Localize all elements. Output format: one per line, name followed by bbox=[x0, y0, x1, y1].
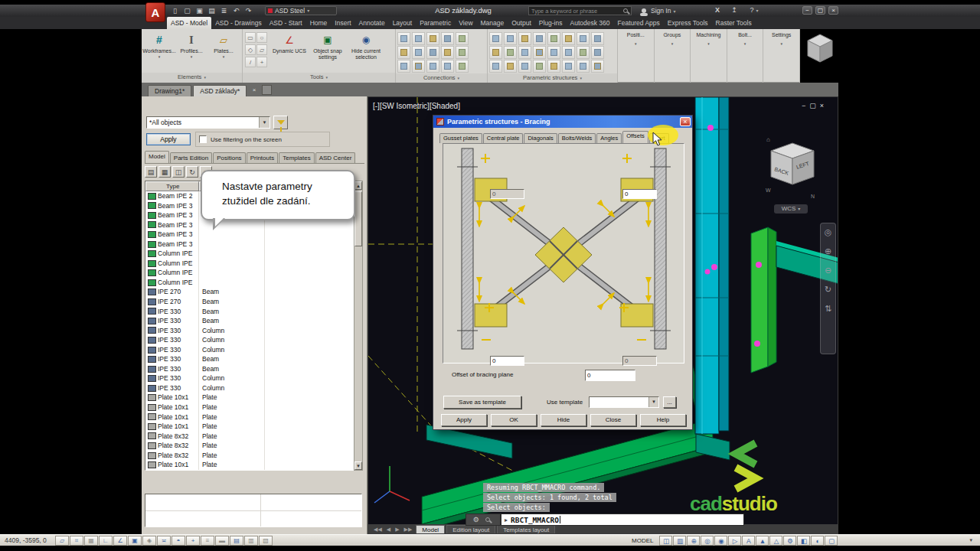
connection-icon[interactable] bbox=[397, 32, 410, 45]
apply-button[interactable]: Apply bbox=[146, 133, 191, 145]
palette-toolbar-icon[interactable]: ▤ bbox=[145, 166, 157, 178]
status-toggle[interactable]: ▬ bbox=[215, 536, 229, 546]
connection-icon[interactable] bbox=[456, 32, 469, 45]
status-toggle[interactable]: ▧ bbox=[259, 536, 273, 546]
connection-icon[interactable] bbox=[397, 60, 410, 73]
table-row[interactable]: IPE 330 Column bbox=[145, 345, 353, 355]
status-toggle[interactable]: ⌗ bbox=[70, 536, 83, 546]
palette-tab[interactable]: Model bbox=[145, 151, 169, 163]
palette-toolbar-icon[interactable]: ▦ bbox=[158, 166, 171, 178]
close-tab-icon[interactable] bbox=[250, 86, 259, 95]
dialog-button[interactable]: Hide bbox=[541, 414, 586, 426]
dialog-button[interactable]: Apply bbox=[441, 414, 487, 426]
prev-tab-icon[interactable]: ◀ bbox=[387, 527, 390, 533]
palette-toolbar-icon[interactable]: ↻ bbox=[186, 166, 198, 178]
table-row[interactable]: Plate 10x1 Plate bbox=[145, 393, 353, 403]
tool-icon[interactable]: / bbox=[245, 57, 256, 67]
help-icon[interactable]: ? bbox=[749, 6, 760, 14]
share-icon[interactable]: ↥ bbox=[729, 6, 740, 14]
palette-tab[interactable]: Printouts bbox=[247, 152, 279, 163]
connection-icon[interactable] bbox=[426, 46, 439, 59]
viewport-window-button[interactable]: − bbox=[802, 102, 805, 109]
ribbon-tab[interactable]: Parametric bbox=[416, 17, 455, 29]
search-icon[interactable] bbox=[623, 8, 628, 13]
last-tab-icon[interactable]: ▶▶ bbox=[404, 527, 413, 533]
offset-top-left-input[interactable] bbox=[490, 189, 524, 199]
tool-icon[interactable]: + bbox=[256, 57, 267, 67]
parametric-structure-icon[interactable] bbox=[518, 60, 531, 73]
parametric-structure-icon[interactable] bbox=[504, 60, 517, 73]
palette-toolbar-icon[interactable]: ◫ bbox=[172, 166, 185, 178]
navigation-tool-icon[interactable]: ⊖ bbox=[825, 266, 831, 275]
dialog-tab[interactable]: Central plate bbox=[483, 133, 524, 143]
scroll-down-icon[interactable] bbox=[354, 461, 362, 470]
viewport-window-button[interactable]: ▢ bbox=[809, 102, 816, 109]
parametric-structure-icon[interactable] bbox=[577, 60, 590, 73]
table-scrollbar[interactable] bbox=[354, 181, 363, 471]
connection-icon[interactable] bbox=[456, 46, 469, 59]
status-toggle[interactable]: + bbox=[186, 536, 200, 546]
ribbon-tab[interactable]: Annotate bbox=[355, 17, 389, 29]
ribbon-tab[interactable]: Plug-ins bbox=[535, 17, 567, 29]
workspace-dropdown[interactable]: ASD Steel bbox=[265, 6, 337, 15]
qat-icon[interactable]: ↷ bbox=[243, 6, 253, 15]
qat-icon[interactable]: ▢ bbox=[182, 6, 192, 15]
model-space-button[interactable]: MODEL bbox=[632, 537, 653, 544]
viewport-window-button[interactable]: × bbox=[820, 102, 824, 109]
application-menu-button[interactable]: A bbox=[145, 2, 165, 22]
table-row[interactable]: IPE 330 Column bbox=[145, 373, 353, 383]
parametric-structure-icon[interactable] bbox=[533, 32, 546, 45]
use-filtering-checkbox[interactable] bbox=[199, 135, 207, 143]
navigation-tool-icon[interactable]: ⊕ bbox=[825, 247, 831, 256]
status-toggle[interactable]: ∟ bbox=[99, 536, 113, 546]
sign-in-button[interactable]: Sign In bbox=[642, 6, 675, 15]
ribbon-button[interactable]: Hide current selection bbox=[347, 31, 385, 60]
chevron-down-icon[interactable]: ▼ bbox=[648, 397, 658, 407]
table-row[interactable]: IPE 330 Beam bbox=[145, 316, 353, 326]
ribbon-tab[interactable]: Featured Apps bbox=[613, 17, 663, 29]
dialog-button[interactable]: Close bbox=[590, 414, 636, 426]
connection-icon[interactable] bbox=[412, 46, 425, 59]
parametric-structure-icon[interactable] bbox=[562, 32, 575, 45]
table-row[interactable]: IPE 330 Beam bbox=[145, 364, 353, 374]
ribbon-tab[interactable]: Autodesk 360 bbox=[567, 17, 614, 29]
status-icon[interactable]: ◉ bbox=[714, 536, 727, 546]
parametric-structure-icon[interactable] bbox=[518, 46, 531, 59]
ribbon-tab[interactable]: ASD - Model bbox=[167, 17, 211, 29]
parametric-structure-icon[interactable] bbox=[518, 32, 531, 45]
dialog-button[interactable]: Help bbox=[640, 414, 686, 426]
qat-icon[interactable]: ↶ bbox=[231, 6, 241, 15]
dialog-button[interactable]: OK bbox=[491, 414, 537, 426]
status-toggle[interactable]: ∠ bbox=[113, 536, 127, 546]
status-toggle[interactable]: ◈ bbox=[142, 536, 156, 546]
navigation-tool-icon[interactable]: ↻ bbox=[825, 285, 831, 294]
new-drawing-button[interactable] bbox=[262, 85, 272, 95]
status-icon[interactable]: A bbox=[742, 536, 755, 546]
layout-tab[interactable]: Templates layout bbox=[497, 525, 555, 534]
table-row[interactable]: Column IPE bbox=[145, 268, 353, 278]
parametric-structure-icon[interactable] bbox=[533, 46, 546, 59]
table-row[interactable]: Column IPE bbox=[145, 259, 353, 269]
ribbon-tab[interactable]: Layout bbox=[389, 17, 416, 29]
parametric-structure-icon[interactable] bbox=[504, 46, 517, 59]
connection-icon[interactable] bbox=[412, 60, 425, 73]
table-row[interactable]: Column IPE bbox=[145, 278, 353, 288]
ribbon-tab[interactable]: Insert bbox=[331, 17, 354, 29]
exchange-apps-icon[interactable]: X bbox=[712, 6, 723, 14]
offset-plane-input[interactable] bbox=[585, 370, 635, 381]
ribbon-button[interactable]: Dynamic UCS bbox=[270, 31, 309, 60]
command-search-icon[interactable] bbox=[485, 517, 490, 522]
status-toggle[interactable]: ▱ bbox=[55, 536, 69, 546]
parametric-structure-icon[interactable] bbox=[489, 46, 502, 59]
status-toggle[interactable]: ▣ bbox=[128, 536, 142, 546]
ribbon-dropdown-button[interactable]: Groups ▾ bbox=[655, 29, 691, 83]
layout-tab[interactable]: Edition layout bbox=[446, 525, 495, 534]
ribbon-dropdown-button[interactable]: Machining ▾ bbox=[691, 29, 727, 83]
ribbon-button[interactable]: Object snap settings bbox=[309, 31, 347, 60]
navigation-tool-icon[interactable]: ⇅ bbox=[825, 305, 831, 313]
tool-icon[interactable]: ▱ bbox=[256, 44, 267, 55]
palette-tab[interactable]: ASD Center bbox=[315, 152, 356, 163]
status-icon[interactable]: ⊕ bbox=[687, 536, 700, 546]
connection-icon[interactable] bbox=[456, 60, 469, 73]
status-icon[interactable]: ⚙ bbox=[783, 536, 796, 546]
